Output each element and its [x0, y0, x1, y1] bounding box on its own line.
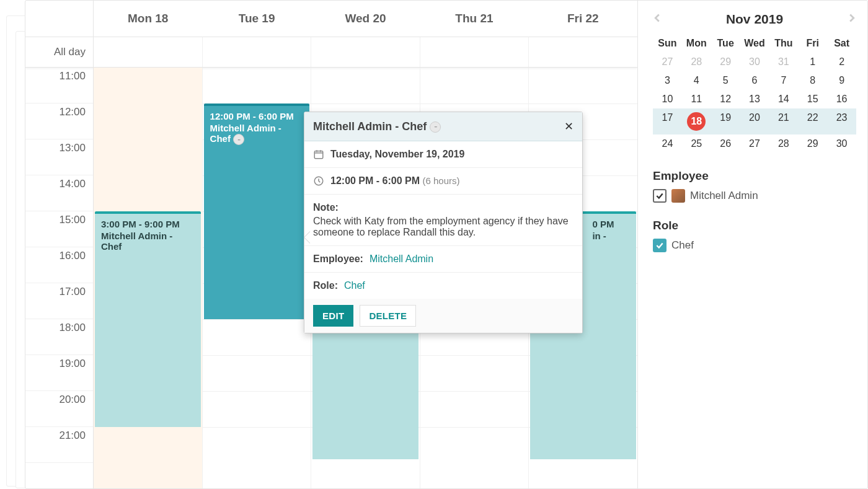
day-header-tue[interactable]: Tue 19: [202, 1, 311, 37]
note-body: Check with Katy from the employment agen…: [313, 216, 574, 238]
comment-icon: ···: [233, 134, 244, 145]
day-column-mon[interactable]: 3:00 PM - 9:00 PM Mitchell Admin - Chef: [94, 68, 203, 488]
mini-calendar: Nov 2019 Sun Mon Tue Wed Thu Fri Sat 272…: [653, 12, 856, 153]
comment-icon[interactable]: ···: [430, 121, 441, 133]
mini-day[interactable]: 9: [827, 71, 856, 90]
popover-date: Tuesday, November 19, 2019: [330, 149, 464, 160]
time-label: 14:00: [25, 175, 93, 211]
mini-day[interactable]: 21: [769, 108, 798, 134]
mini-day[interactable]: 5: [711, 71, 740, 90]
mini-day[interactable]: 23: [827, 108, 856, 134]
time-axis: 11:00 12:00 13:00 14:00 15:00 16:00 17:0…: [25, 68, 94, 488]
event-popover: Mitchell Admin - Chef ··· ✕ Tuesday, Nov…: [304, 112, 583, 333]
event-mon[interactable]: 3:00 PM - 9:00 PM Mitchell Admin - Chef: [95, 211, 201, 427]
mini-day[interactable]: 13: [740, 90, 769, 108]
dow-label: Thu: [769, 34, 798, 53]
mini-day[interactable]: 24: [653, 134, 682, 153]
mini-day[interactable]: 14: [769, 90, 798, 108]
mini-month-label: Nov 2019: [726, 12, 783, 27]
mini-day[interactable]: 27: [740, 134, 769, 153]
mini-day[interactable]: 19: [711, 108, 740, 134]
mini-day[interactable]: 17: [653, 108, 682, 134]
checkbox-employee[interactable]: [653, 189, 666, 203]
checkbox-role[interactable]: [653, 239, 666, 252]
svg-rect-0: [314, 151, 323, 159]
mini-day[interactable]: 7: [769, 71, 798, 90]
mini-day[interactable]: 18: [682, 108, 711, 134]
mini-day[interactable]: 15: [798, 90, 827, 108]
mini-day[interactable]: 28: [682, 53, 711, 71]
mini-day[interactable]: 30: [740, 53, 769, 71]
allday-label: All day: [25, 37, 94, 67]
mini-day[interactable]: 2: [827, 53, 856, 71]
mini-day[interactable]: 12: [711, 90, 740, 108]
employee-link[interactable]: Mitchell Admin: [370, 253, 433, 265]
mini-day[interactable]: 8: [798, 71, 827, 90]
mini-day[interactable]: 1: [798, 53, 827, 71]
calendar-header: Mon 18 Tue 19 Wed 20 Thu 21 Fri 22: [25, 1, 637, 37]
note-label: Note:: [313, 202, 339, 213]
event-title: in -: [592, 231, 630, 241]
prev-month-button[interactable]: [653, 14, 662, 25]
mini-day[interactable]: 26: [711, 134, 740, 153]
mini-day[interactable]: 11: [682, 90, 711, 108]
event-tue[interactable]: 12:00 PM - 6:00 PM Mitchell Admin - Chef…: [204, 104, 310, 319]
filter-role[interactable]: Chef: [653, 239, 856, 252]
allday-cell[interactable]: [420, 37, 529, 67]
dow-label: Sun: [653, 34, 682, 53]
time-label: 21:00: [25, 427, 93, 463]
allday-cell[interactable]: [94, 37, 203, 67]
popover-time: 12:00 PM - 6:00 PM: [330, 175, 420, 186]
next-month-button[interactable]: [848, 14, 856, 25]
day-header-fri[interactable]: Fri 22: [529, 1, 637, 37]
mini-day[interactable]: 16: [827, 90, 856, 108]
employee-label: Employee:: [313, 253, 363, 265]
allday-cell[interactable]: [203, 37, 312, 67]
filter-section-employee: Employee: [653, 169, 856, 183]
mini-day[interactable]: 27: [653, 53, 682, 71]
day-header-mon[interactable]: Mon 18: [94, 1, 202, 37]
mini-day[interactable]: 4: [682, 71, 711, 90]
time-label: 11:00: [25, 68, 93, 104]
time-label: 18:00: [25, 319, 93, 355]
mini-day[interactable]: 29: [711, 53, 740, 71]
dow-label: Sat: [827, 34, 856, 53]
dow-label: Wed: [740, 34, 769, 53]
time-label: 16:00: [25, 247, 93, 283]
mini-day[interactable]: 29: [798, 134, 827, 153]
day-header-thu[interactable]: Thu 21: [420, 1, 528, 37]
mini-day[interactable]: 31: [769, 53, 798, 71]
mini-day[interactable]: 10: [653, 90, 682, 108]
mini-day[interactable]: 25: [682, 134, 711, 153]
time-label: 17:00: [25, 283, 93, 319]
event-time: 12:00 PM - 6:00 PM: [210, 111, 304, 121]
mini-grid: Sun Mon Tue Wed Thu Fri Sat 272829303112…: [653, 34, 856, 153]
time-label: 12:00: [25, 104, 93, 139]
avatar: [671, 189, 685, 203]
calendar-icon: [313, 149, 324, 160]
day-column-tue[interactable]: 12:00 PM - 6:00 PM Mitchell Admin - Chef…: [203, 68, 312, 488]
mini-day[interactable]: 30: [827, 134, 856, 153]
allday-cell[interactable]: [529, 37, 637, 67]
delete-button[interactable]: DELETE: [360, 305, 416, 327]
mini-day[interactable]: 6: [740, 71, 769, 90]
edit-button[interactable]: EDIT: [313, 305, 353, 327]
event-title: Mitchell Admin - Chef ···: [210, 123, 304, 145]
day-header-wed[interactable]: Wed 20: [311, 1, 420, 37]
sidebar: Nov 2019 Sun Mon Tue Wed Thu Fri Sat 272…: [638, 1, 867, 488]
clock-icon: [313, 175, 324, 187]
mini-day[interactable]: 28: [769, 134, 798, 153]
popover-title: Mitchell Admin - Chef ···: [313, 120, 441, 133]
dow-label: Tue: [711, 34, 740, 53]
filter-employee[interactable]: Mitchell Admin: [653, 189, 856, 203]
role-link[interactable]: Chef: [344, 280, 365, 291]
event-time: 0 PM: [592, 219, 630, 229]
filter-employee-label: Mitchell Admin: [690, 190, 758, 202]
mini-day[interactable]: 3: [653, 71, 682, 90]
mini-day[interactable]: 20: [740, 108, 769, 134]
mini-day[interactable]: 22: [798, 108, 827, 134]
close-icon[interactable]: ✕: [564, 120, 574, 133]
filter-role-label: Chef: [671, 239, 694, 252]
allday-cell[interactable]: [311, 37, 420, 67]
time-label: 13:00: [25, 139, 93, 175]
